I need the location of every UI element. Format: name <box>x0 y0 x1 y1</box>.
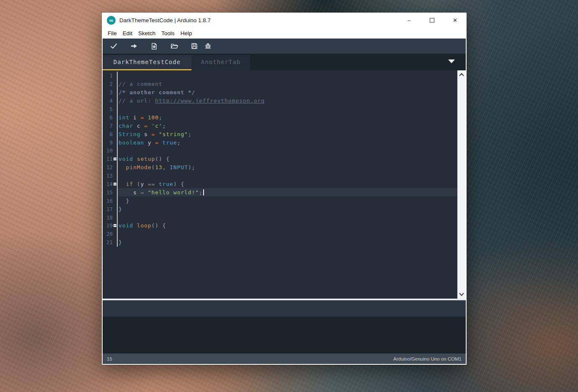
code-line[interactable]: 16 } <box>103 196 457 205</box>
code-line[interactable]: 21} <box>103 238 457 247</box>
code-text[interactable]: } <box>118 238 457 247</box>
code-token: // a url: <box>119 98 155 104</box>
code-text[interactable] <box>118 230 457 238</box>
code-token: s <box>119 189 140 196</box>
code-line[interactable]: 3/* another comment */ <box>103 88 457 97</box>
code-text[interactable]: } <box>118 205 457 213</box>
code-token: true <box>159 181 173 187</box>
fold-marker-icon[interactable] <box>114 183 116 186</box>
tab-anothertab[interactable]: AnotherTab <box>191 55 250 70</box>
fold-slot <box>113 183 117 186</box>
new-sketch-button[interactable] <box>148 40 160 52</box>
code-token: pinMode <box>126 164 151 170</box>
code-token: s <box>140 131 151 137</box>
code-token: , <box>163 164 170 170</box>
code-text[interactable]: if (y == true) { <box>118 180 457 188</box>
line-number: 16 <box>103 198 113 204</box>
tab-menu-dropdown-icon[interactable] <box>448 59 455 63</box>
code-line[interactable]: 11void setup() { <box>103 155 457 163</box>
code-token <box>119 164 126 170</box>
code-text[interactable]: pinMode(13, INPUT); <box>118 163 457 172</box>
code-line[interactable]: 2// a comment <box>103 80 457 88</box>
editor-lines: 12// a comment3/* another comment */4// … <box>103 72 457 247</box>
gutter: 16 <box>103 196 118 205</box>
code-token: = <box>152 131 155 137</box>
code-line[interactable]: 15 s = "hello world!"; <box>103 188 457 196</box>
check-icon <box>110 43 118 49</box>
menu-tools[interactable]: Tools <box>158 29 178 37</box>
code-token <box>155 131 159 137</box>
line-number: 6 <box>103 114 113 121</box>
menu-help[interactable]: Help <box>178 29 195 37</box>
code-text[interactable]: String s = "string"; <box>118 130 457 138</box>
code-text[interactable]: // a url: http://www.jeffreythompson.org <box>118 97 457 105</box>
tab-strip: DarkThemeTestCode AnotherTab <box>103 54 466 70</box>
gutter: 8 <box>103 130 118 138</box>
menu-edit[interactable]: Edit <box>120 29 135 37</box>
code-token: ; <box>177 139 181 146</box>
open-button[interactable] <box>168 40 181 52</box>
code-line[interactable]: 8String s = "string"; <box>103 130 457 138</box>
code-line[interactable]: 12 pinMode(13, INPUT); <box>103 163 457 172</box>
code-line[interactable]: 14 if (y == true) { <box>103 180 457 188</box>
status-line-number: 15 <box>107 356 112 361</box>
fold-marker-icon[interactable] <box>114 157 116 160</box>
code-line[interactable]: 10 <box>103 147 457 155</box>
code-text[interactable]: void setup() { <box>118 155 457 163</box>
fold-marker-icon[interactable] <box>114 224 116 227</box>
upload-button[interactable] <box>128 40 140 52</box>
code-token: ; <box>199 189 203 196</box>
code-token: 13 <box>155 164 162 170</box>
code-line[interactable]: 9boolean y = true; <box>103 138 457 147</box>
code-line[interactable]: 19void loop() { <box>103 222 457 230</box>
serial-debug-button[interactable] <box>201 40 214 52</box>
code-editor[interactable]: 12// a comment3/* another comment */4// … <box>103 70 466 299</box>
code-token <box>144 114 148 121</box>
close-button[interactable]: ✕ <box>444 13 467 28</box>
code-token: 'c' <box>152 123 163 129</box>
code-text[interactable]: // a comment <box>118 80 457 88</box>
code-line[interactable]: 18 <box>103 213 457 222</box>
maximize-icon <box>430 18 434 23</box>
code-line[interactable]: 5 <box>103 105 457 113</box>
code-text[interactable] <box>118 72 457 80</box>
code-text[interactable]: char c = 'c'; <box>118 121 457 130</box>
code-text[interactable]: /* another comment */ <box>118 88 457 97</box>
code-token: ; <box>188 131 192 137</box>
gutter: 18 <box>103 213 118 222</box>
code-line[interactable]: 1 <box>103 72 457 80</box>
code-text[interactable] <box>118 105 457 113</box>
code-line[interactable]: 17} <box>103 205 457 213</box>
line-number: 17 <box>103 206 113 212</box>
save-button[interactable] <box>188 40 201 52</box>
verify-button[interactable] <box>108 40 120 52</box>
gutter: 21 <box>103 238 118 247</box>
scroll-up-icon[interactable] <box>459 73 464 76</box>
code-line[interactable]: 20 <box>103 230 457 238</box>
code-line[interactable]: 6int i = 100; <box>103 113 457 121</box>
minimize-button[interactable]: – <box>397 13 421 28</box>
menu-sketch[interactable]: Sketch <box>135 29 158 37</box>
code-text[interactable]: void loop() { <box>118 222 457 230</box>
code-text[interactable]: } <box>118 196 457 205</box>
menu-file[interactable]: File <box>105 29 120 37</box>
code-token: = <box>140 114 144 121</box>
code-line[interactable]: 4// a url: http://www.jeffreythompson.or… <box>103 97 457 105</box>
code-text[interactable] <box>118 172 457 180</box>
gutter: 3 <box>103 88 118 97</box>
maximize-button[interactable] <box>421 13 444 28</box>
status-bar: 15 Arduino/Genuino Uno on COM1 <box>103 353 466 364</box>
gutter: 15 <box>103 188 118 196</box>
title-bar[interactable]: ∞ DarkThemeTestCode | Arduino 1.8.7 – ✕ <box>102 13 467 28</box>
scroll-down-icon[interactable] <box>459 293 464 296</box>
editor-scrollbar[interactable] <box>457 70 466 299</box>
code-line[interactable]: 13 <box>103 172 457 180</box>
code-text[interactable]: s = "hello world!"; <box>118 188 457 196</box>
code-text[interactable]: boolean y = true; <box>118 138 457 147</box>
code-line[interactable]: 7char c = 'c'; <box>103 121 457 130</box>
code-text[interactable] <box>118 147 457 155</box>
code-text[interactable] <box>118 213 457 222</box>
code-text[interactable]: int i = 100; <box>118 113 457 121</box>
code-token <box>144 189 148 196</box>
tab-darkthemetestcode[interactable]: DarkThemeTestCode <box>103 55 191 70</box>
